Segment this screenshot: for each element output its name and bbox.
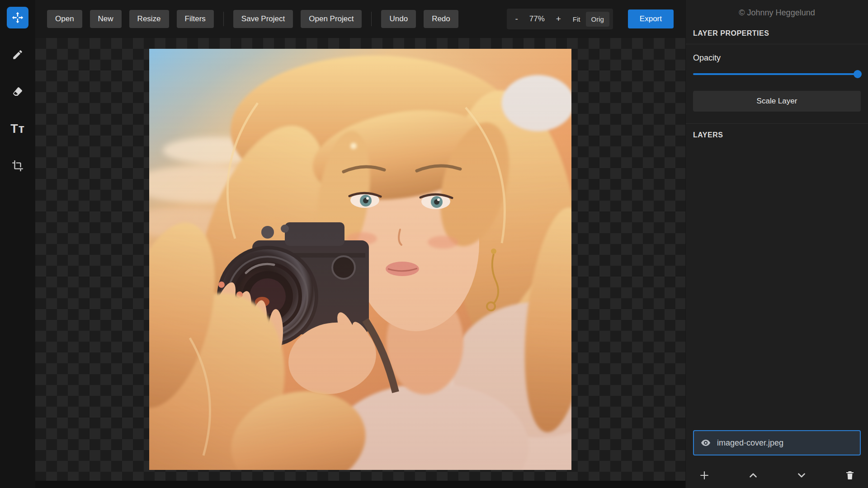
panel-divider [686,44,868,44]
redo-button[interactable]: Redo [424,10,458,28]
opacity-slider-track[interactable] [693,73,861,75]
trash-icon [844,470,855,481]
move-arrows-icon [11,11,24,24]
layers-title: LAYERS [693,124,861,145]
move-tool-button[interactable] [7,7,28,28]
image-editor-app: Tᴛ Open New Resize Filters Save Project … [0,0,868,488]
toolbar-separator [223,12,224,26]
delete-layer-button[interactable] [842,467,858,483]
text-tool-button[interactable]: Tᴛ [7,118,28,140]
layer-controls [693,455,861,488]
layer-item[interactable]: imaged-cover.jpeg [693,430,861,455]
pen-icon [12,49,24,61]
credit-text: © Johnny Heggelund [693,0,861,26]
opacity-slider-knob[interactable] [854,70,862,78]
zoom-controls: - 77% + Fit Orig [507,9,613,29]
layer-panel: © Johnny Heggelund LAYER PROPERTIES Opac… [685,0,868,488]
scale-layer-button[interactable]: Scale Layer [693,91,861,112]
canvas-image[interactable] [149,49,571,470]
eraser-icon [12,86,24,98]
move-layer-up-button[interactable] [745,467,762,484]
move-layer-down-button[interactable] [793,467,810,484]
filters-button[interactable]: Filters [177,10,214,28]
crop-icon [12,160,24,172]
zoom-out-button[interactable]: - [509,10,524,28]
open-project-button[interactable]: Open Project [301,10,362,28]
crop-tool-button[interactable] [7,155,28,177]
tool-sidebar: Tᴛ [0,0,35,488]
open-button[interactable]: Open [47,10,82,28]
opacity-slider[interactable] [693,70,861,78]
chevron-up-icon [747,469,759,481]
zoom-fit-button[interactable]: Fit [567,12,586,27]
chevron-down-icon [796,469,807,481]
undo-button[interactable]: Undo [381,10,416,28]
main-column: Open New Resize Filters Save Project Ope… [35,0,685,488]
zoom-in-button[interactable]: + [550,10,567,28]
new-button[interactable]: New [90,10,122,28]
layer-properties-title: LAYER PROPERTIES [693,26,861,44]
draw-tool-button[interactable] [7,44,28,66]
top-toolbar: Open New Resize Filters Save Project Ope… [35,0,685,38]
canvas-area[interactable] [35,38,685,481]
export-button[interactable]: Export [628,9,674,28]
plus-icon [698,469,710,481]
zoom-original-button[interactable]: Orig [586,12,609,27]
layer-visibility-toggle[interactable] [700,437,711,448]
text-icon: Tᴛ [10,122,25,136]
toolbar-separator [371,12,372,26]
eraser-tool-button[interactable] [7,81,28,103]
layer-name: imaged-cover.jpeg [717,438,783,448]
resize-button[interactable]: Resize [129,10,169,28]
add-layer-button[interactable] [696,467,713,484]
horizontal-scrollbar[interactable] [35,481,685,488]
save-project-button[interactable]: Save Project [233,10,293,28]
eye-icon [700,437,711,448]
artwork-illustration [149,49,571,470]
zoom-level: 77% [524,14,550,23]
opacity-label: Opacity [693,53,861,63]
layers-list-empty-space [693,145,861,430]
